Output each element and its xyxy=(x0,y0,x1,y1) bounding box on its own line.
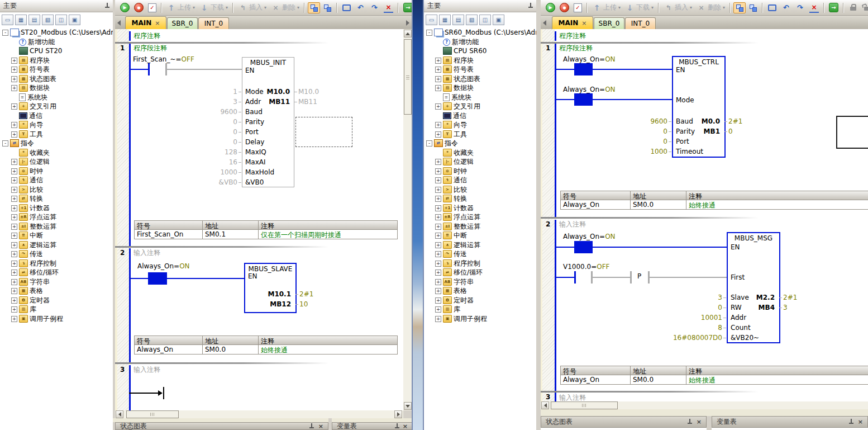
tree-expand-toggle[interactable]: + xyxy=(435,233,441,239)
tree-expand-toggle[interactable]: + xyxy=(11,187,17,193)
tree-expand-toggle[interactable]: + xyxy=(435,58,441,64)
tree-item-program-control[interactable]: +↴程序控制 xyxy=(435,259,480,268)
nav-tool-icon-6[interactable]: ▣ xyxy=(493,15,504,25)
tree-expand-toggle[interactable]: + xyxy=(11,242,17,248)
tree-item-status-chart[interactable]: +▩状态图表 xyxy=(435,74,480,83)
contact-first-scan[interactable] xyxy=(146,62,169,77)
tree-expand-toggle[interactable]: + xyxy=(11,270,17,276)
tree-expand-toggle[interactable]: + xyxy=(435,131,441,138)
clear-bookmarks-button[interactable]: × xyxy=(808,1,821,15)
tree-item-timers[interactable]: +Θ定时器 xyxy=(11,296,50,305)
goto-network-button[interactable]: → xyxy=(827,1,840,14)
tree-expand-toggle[interactable]: + xyxy=(435,288,441,294)
tree-item-project-root[interactable]: -SR60_Modbus (C:\Users\Adminis xyxy=(426,28,536,37)
tree-expand-toggle[interactable]: + xyxy=(11,214,17,220)
tree-item-libraries[interactable]: +▥库 xyxy=(11,305,36,314)
right-splitter[interactable] xyxy=(536,0,541,430)
tree-item-favorites[interactable]: *收藏夹 xyxy=(435,148,474,157)
dropdown-arrow-icon[interactable]: ▾ xyxy=(651,5,654,10)
pause-program-status-button[interactable] xyxy=(747,2,759,13)
insert-button[interactable]: ↰插入▾ xyxy=(236,1,268,14)
nav-tool-icon-5[interactable]: ◫ xyxy=(55,15,67,25)
upload-button[interactable]: ↑上传▾ xyxy=(590,1,622,14)
tree-expand-toggle[interactable]: - xyxy=(2,140,8,147)
tree-item-symbol-table[interactable]: +▦符号表 xyxy=(435,65,474,74)
tree-item-cpu[interactable]: CPU ST20 xyxy=(11,46,62,55)
bookmark-button[interactable] xyxy=(766,2,779,14)
nav-tool-icon-3[interactable]: ▤ xyxy=(28,15,40,25)
pause-program-status-button[interactable] xyxy=(321,2,333,13)
tree-item-cross-reference[interactable]: ++交叉引用 xyxy=(435,102,480,111)
close-icon[interactable]: × xyxy=(697,418,702,426)
tree-expand-toggle[interactable]: + xyxy=(435,224,441,230)
tree-expand-toggle[interactable]: + xyxy=(11,103,17,110)
bookmark-button[interactable] xyxy=(340,2,353,14)
close-icon[interactable]: × xyxy=(403,423,408,430)
tree-expand-toggle[interactable]: + xyxy=(11,159,17,165)
tab-int0[interactable]: INT_0 xyxy=(625,17,656,29)
tree-item-string[interactable]: +AB字符串 xyxy=(11,277,50,286)
contact-always-on[interactable] xyxy=(146,271,169,286)
tree-expand-toggle[interactable]: + xyxy=(11,251,17,257)
tree-expand-toggle[interactable]: + xyxy=(435,187,441,193)
program-status-button[interactable] xyxy=(733,2,746,13)
tree-expand-toggle[interactable]: - xyxy=(426,30,432,36)
tree-item-table[interactable]: +▦表格 xyxy=(435,286,467,295)
upload-button[interactable]: ↑上传▾ xyxy=(165,1,197,14)
tree-item-status-chart[interactable]: +▩状态图表 xyxy=(11,74,56,83)
tree-item-data-block[interactable]: +▧数据块 xyxy=(435,83,474,92)
tree-expand-toggle[interactable]: + xyxy=(435,76,441,82)
tree-item-clock[interactable]: +⊙时钟 xyxy=(11,167,43,176)
tree-item-data-block[interactable]: +▧数据块 xyxy=(11,83,50,92)
tree-expand-toggle[interactable]: + xyxy=(11,261,17,267)
tree-item-program-block[interactable]: +▤程序块 xyxy=(11,56,50,65)
nav-tool-icon-3[interactable]: ▤ xyxy=(452,15,464,25)
dropdown-arrow-icon[interactable]: ▾ xyxy=(193,5,195,10)
tree-item-wizards[interactable]: +*向导 xyxy=(435,120,467,129)
tree-item-shift-rotate[interactable]: +⇌移位/循环 xyxy=(11,268,59,277)
tree-item-integer-math[interactable]: +±I整数运算 xyxy=(435,222,480,231)
nav-tool-icon-1[interactable]: ▭ xyxy=(426,15,437,25)
tree-item-instructions[interactable]: -⇄指令 xyxy=(426,139,458,148)
tree-expand-toggle[interactable]: + xyxy=(11,316,17,322)
tree-item-system-block[interactable]: ≡系统块 xyxy=(11,93,47,102)
dropdown-arrow-icon[interactable]: ▾ xyxy=(297,5,299,10)
tree-item-shift-rotate[interactable]: +⇌移位/循环 xyxy=(435,268,483,277)
tree-expand-toggle[interactable]: + xyxy=(11,224,17,230)
tree-item-counters[interactable]: ++1计数器 xyxy=(11,204,50,212)
tree-expand-toggle[interactable]: + xyxy=(11,288,17,294)
scroll-tabs-right-icon[interactable] xyxy=(406,20,409,26)
tree-item-interrupt[interactable]: +⇈中断 xyxy=(435,231,467,240)
download-button[interactable]: ↓下载▾ xyxy=(198,1,230,14)
tree-item-call-subroutines[interactable]: +▣调用子例程 xyxy=(11,314,63,323)
tab-sbr0[interactable]: SBR_0 xyxy=(594,17,624,29)
dropdown-arrow-icon[interactable]: ▾ xyxy=(226,5,228,10)
tree-item-wizards[interactable]: +*向导 xyxy=(11,120,43,129)
tree-item-communications[interactable]: 通信 xyxy=(435,111,466,120)
stop-button[interactable]: ● xyxy=(558,1,571,14)
tree-expand-toggle[interactable]: + xyxy=(11,205,17,211)
run-button[interactable]: ▶ xyxy=(118,1,131,14)
tree-item-system-block[interactable]: ≡系统块 xyxy=(435,93,471,102)
previous-bookmark-button[interactable]: ↶ xyxy=(780,2,793,14)
dropdown-arrow-icon[interactable]: ▾ xyxy=(618,5,621,10)
tree-expand-toggle[interactable]: + xyxy=(435,251,441,257)
nav-tool-icon-2[interactable]: ▦ xyxy=(439,15,451,25)
download-button[interactable]: ↓下载▾ xyxy=(623,1,655,14)
tree-expand-toggle[interactable]: - xyxy=(2,30,8,36)
tree-expand-toggle[interactable]: + xyxy=(11,233,17,239)
scrollbar-thumb[interactable] xyxy=(551,401,618,409)
scroll-tabs-left-icon[interactable] xyxy=(117,20,121,26)
stop-button[interactable]: ● xyxy=(132,1,145,14)
tree-item-new-features[interactable]: ?新增功能 xyxy=(435,37,479,46)
tab-main[interactable]: MAIN × xyxy=(552,16,593,29)
tree-item-comm-instructions[interactable]: +ϟ通信 xyxy=(435,176,467,185)
compile-check-button[interactable]: ✓ xyxy=(572,2,584,14)
tree-expand-toggle[interactable]: + xyxy=(435,103,441,110)
contact-v1000[interactable] xyxy=(573,270,595,285)
tree-item-call-subroutines[interactable]: +▣调用子例程 xyxy=(435,314,487,323)
tree-expand-toggle[interactable]: + xyxy=(435,168,441,174)
scrollbar-thumb[interactable] xyxy=(126,410,179,418)
tree-item-float-math[interactable]: +±R浮点运算 xyxy=(11,212,56,221)
pin-icon[interactable] xyxy=(309,423,314,429)
